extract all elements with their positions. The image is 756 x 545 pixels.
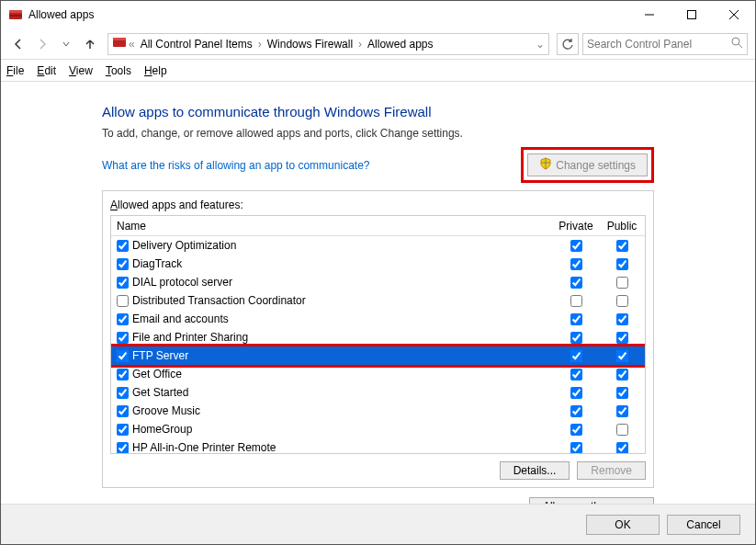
app-name: Get Started	[132, 386, 188, 399]
checkbox[interactable]	[117, 258, 129, 270]
checkbox[interactable]	[570, 369, 582, 380]
menu-bar: File Edit View Tools Help	[1, 60, 755, 82]
checkbox[interactable]	[616, 277, 628, 289]
checkbox[interactable]	[570, 258, 582, 270]
list-row[interactable]: HomeGroup	[111, 420, 645, 438]
list-header: Name Private Public	[111, 216, 645, 236]
chevron-down-icon[interactable]: ⌄	[536, 38, 545, 51]
page-subtext: To add, change, or remove allowed apps a…	[102, 127, 654, 140]
checkbox[interactable]	[117, 277, 129, 289]
list-row[interactable]: FTP Server	[111, 346, 645, 365]
checkbox[interactable]	[570, 350, 582, 362]
checkbox[interactable]	[570, 332, 582, 344]
change-settings-label: Change settings	[556, 159, 636, 172]
checkbox[interactable]	[570, 295, 582, 307]
list-row[interactable]: Distributed Transaction Coordinator	[111, 291, 645, 310]
chevron-right-icon: ›	[258, 38, 262, 51]
firewall-icon	[112, 35, 127, 52]
window-title: Allowed apps	[28, 8, 628, 21]
checkbox[interactable]	[117, 424, 129, 436]
app-name: Get Office	[132, 368, 182, 380]
menu-tools[interactable]: Tools	[106, 64, 131, 77]
list-row[interactable]: Get Started	[111, 383, 645, 402]
app-name: Groove Music	[132, 404, 200, 417]
checkbox[interactable]	[117, 350, 129, 362]
ok-button[interactable]: OK	[586, 515, 660, 535]
col-public[interactable]: Public	[599, 220, 645, 233]
firewall-icon	[8, 7, 23, 22]
search-box[interactable]	[582, 33, 748, 55]
checkbox[interactable]	[117, 387, 129, 399]
close-button[interactable]	[713, 1, 755, 28]
menu-help[interactable]: Help	[144, 64, 167, 77]
list-row[interactable]: Get Office	[111, 365, 645, 383]
title-bar: Allowed apps	[1, 1, 755, 28]
details-button[interactable]: Details...	[500, 461, 570, 480]
list-row[interactable]: DIAL protocol server	[111, 273, 645, 291]
list-row[interactable]: Email and accounts	[111, 310, 645, 328]
checkbox[interactable]	[117, 332, 129, 344]
list-row[interactable]: DiagTrack	[111, 255, 645, 273]
breadcrumb[interactable]: « All Control Panel Items › Windows Fire…	[107, 33, 549, 55]
checkbox[interactable]	[616, 258, 628, 270]
checkbox[interactable]	[117, 442, 129, 454]
breadcrumb-item[interactable]: All Control Panel Items	[137, 38, 256, 51]
page-heading: Allow apps to communicate through Window…	[102, 104, 654, 119]
app-name: Delivery Optimization	[132, 239, 236, 252]
checkbox[interactable]	[616, 240, 628, 252]
checkbox[interactable]	[570, 424, 582, 436]
content-area: Allow apps to communicate through Window…	[1, 82, 755, 504]
menu-view[interactable]: View	[69, 64, 93, 77]
maximize-button[interactable]	[671, 1, 713, 28]
checkbox[interactable]	[616, 332, 628, 344]
checkbox[interactable]	[570, 240, 582, 252]
checkbox[interactable]	[570, 313, 582, 325]
list-row[interactable]: Groove Music	[111, 402, 645, 420]
forward-button[interactable]	[32, 34, 52, 54]
nav-bar: « All Control Panel Items › Windows Fire…	[1, 28, 755, 60]
checkbox[interactable]	[616, 424, 628, 436]
checkbox[interactable]	[570, 405, 582, 417]
menu-edit[interactable]: Edit	[37, 64, 56, 77]
breadcrumb-item[interactable]: Windows Firewall	[264, 38, 356, 51]
list-row[interactable]: Delivery Optimization	[111, 236, 645, 255]
change-settings-button[interactable]: Change settings	[527, 153, 648, 176]
checkbox[interactable]	[570, 277, 582, 289]
breadcrumb-item[interactable]: Allowed apps	[364, 38, 436, 51]
cancel-button[interactable]: Cancel	[667, 515, 740, 535]
app-name: HP All-in-One Printer Remote	[132, 441, 276, 453]
chevron-icon: «	[129, 38, 135, 51]
checkbox[interactable]	[117, 295, 129, 307]
svg-rect-8	[113, 38, 126, 40]
checkbox[interactable]	[117, 240, 129, 252]
checkbox[interactable]	[117, 405, 129, 417]
checkbox[interactable]	[117, 313, 129, 325]
checkbox[interactable]	[570, 387, 582, 399]
checkbox[interactable]	[616, 405, 628, 417]
checkbox[interactable]	[616, 295, 628, 307]
checkbox[interactable]	[117, 369, 129, 380]
allow-another-app-button[interactable]: Allow another app...	[529, 497, 654, 504]
checkbox[interactable]	[616, 369, 628, 380]
search-input[interactable]	[587, 38, 731, 51]
refresh-button[interactable]	[557, 33, 579, 55]
risks-link[interactable]: What are the risks of allowing an app to…	[102, 159, 521, 172]
list-row[interactable]: HP All-in-One Printer Remote	[111, 438, 645, 453]
allowed-apps-panel: Allowed apps and features: Name Private …	[102, 190, 654, 488]
checkbox[interactable]	[616, 350, 628, 362]
minimize-button[interactable]	[628, 1, 671, 28]
up-button[interactable]	[80, 34, 100, 54]
checkbox[interactable]	[616, 387, 628, 399]
menu-file[interactable]: File	[6, 64, 24, 77]
remove-button[interactable]: Remove	[577, 461, 646, 480]
checkbox[interactable]	[616, 442, 628, 454]
col-name[interactable]: Name	[111, 220, 553, 233]
back-button[interactable]	[8, 34, 28, 54]
checkbox[interactable]	[616, 313, 628, 325]
recent-dropdown[interactable]	[56, 34, 76, 54]
col-private[interactable]: Private	[553, 220, 599, 233]
checkbox[interactable]	[570, 442, 582, 454]
list-scroll[interactable]: Delivery OptimizationDiagTrackDIAL proto…	[111, 236, 645, 453]
app-name: HomeGroup	[132, 423, 192, 436]
list-row[interactable]: File and Printer Sharing	[111, 328, 645, 346]
